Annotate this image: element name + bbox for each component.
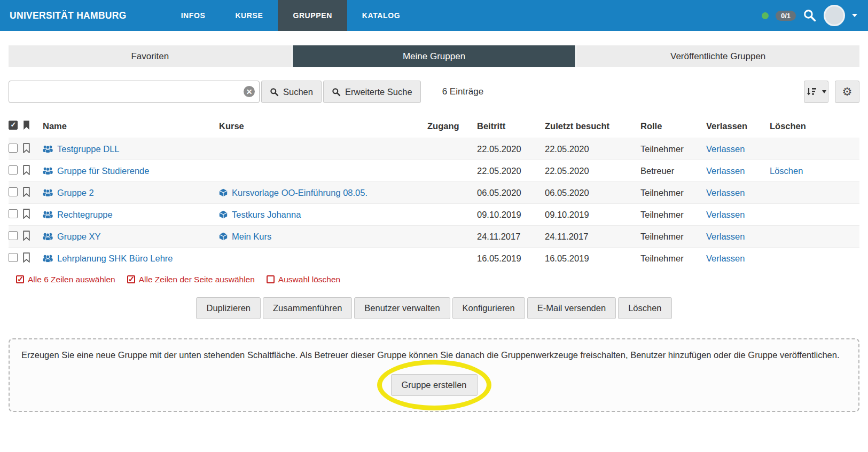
group-users-icon xyxy=(43,232,53,241)
group-users-icon xyxy=(43,188,53,197)
selection-link[interactable]: Alle Zeilen der Seite auswählen xyxy=(127,275,255,284)
rolle-cell: Teilnehmer xyxy=(640,248,706,269)
course-cube-icon xyxy=(219,232,228,241)
nav-item-infos[interactable]: INFOS xyxy=(166,0,221,31)
bulk-action-button[interactable]: E-Mail versenden xyxy=(527,297,616,319)
create-group-panel: Erzeugen Sie eine neue Gruppe mit der un… xyxy=(9,338,859,413)
bookmark-outline-icon[interactable] xyxy=(22,187,30,197)
course-link[interactable]: Kursvorlage OO-Einführung 08.05. xyxy=(232,188,367,198)
university-logo: UNIVERSITÄT HAMBURG xyxy=(0,10,127,21)
group-name-link[interactable]: Rechtegruppe xyxy=(57,210,113,220)
group-name-link[interactable]: Testgruppe DLL xyxy=(57,144,120,154)
search-input[interactable] xyxy=(9,81,260,103)
nav-item-katalog[interactable]: KATALOG xyxy=(347,0,415,31)
red-checkbox-icon xyxy=(127,275,135,283)
zuletzt-besucht-cell: 16.05.2019 xyxy=(545,248,640,269)
erweiterte-suche-button[interactable]: Erweiterte Suche xyxy=(323,81,421,103)
course-link[interactable]: Mein Kurs xyxy=(232,232,271,242)
zugang-cell xyxy=(427,160,477,182)
clear-search-icon[interactable]: ✕ xyxy=(244,86,255,97)
zugang-cell xyxy=(427,182,477,204)
row-checkbox[interactable] xyxy=(9,209,18,218)
selection-link[interactable]: Auswahl löschen xyxy=(267,275,340,284)
chat-count-badge[interactable]: 0/1 xyxy=(776,11,796,21)
group-users-icon xyxy=(43,166,53,175)
column-header-verlassen[interactable]: Verlassen xyxy=(706,117,770,138)
row-checkbox[interactable] xyxy=(9,253,18,262)
beitritt-cell: 16.05.2019 xyxy=(477,248,545,269)
verlassen-link[interactable]: Verlassen xyxy=(706,166,745,176)
column-header-kurse[interactable]: Kurse xyxy=(219,117,427,138)
verlassen-link[interactable]: Verlassen xyxy=(706,188,745,197)
bookmark-icon xyxy=(22,120,30,130)
group-name-link[interactable]: Gruppe für Studierende xyxy=(57,166,149,176)
avatar[interactable] xyxy=(824,5,845,26)
navbar-right-cluster: 0/1 xyxy=(762,0,868,31)
beitritt-cell: 09.10.2019 xyxy=(477,204,545,226)
group-users-icon xyxy=(43,254,53,263)
group-users-icon xyxy=(43,145,53,153)
select-all-checkbox[interactable] xyxy=(9,121,18,130)
bulk-action-button[interactable]: Benutzer verwalten xyxy=(354,297,450,319)
sort-caret-icon xyxy=(822,90,826,93)
verlassen-link[interactable]: Verlassen xyxy=(706,144,745,154)
bulk-action-button[interactable]: Löschen xyxy=(618,297,671,319)
group-name-link[interactable]: Lehrplanung SHK Büro Lehre xyxy=(57,253,173,264)
sort-button[interactable] xyxy=(804,81,828,103)
column-header-rolle[interactable]: Rolle xyxy=(640,117,706,138)
tab-meine-gruppen[interactable]: Meine Gruppen xyxy=(293,45,576,67)
group-name-link[interactable]: Gruppe 2 xyxy=(57,188,94,198)
rolle-cell: Teilnehmer xyxy=(640,138,706,160)
user-menu-caret-icon[interactable] xyxy=(852,14,857,17)
bulk-action-button[interactable]: Zusammenführen xyxy=(263,297,352,319)
verlassen-link[interactable]: Verlassen xyxy=(706,253,745,263)
tab-veroeffentlichte-gruppen[interactable]: Veröffentlichte Gruppen xyxy=(576,45,859,67)
zugang-cell xyxy=(427,204,477,226)
nav-item-gruppen[interactable]: GRUPPEN xyxy=(278,0,347,31)
table-settings-button[interactable]: ⚙ xyxy=(835,81,859,103)
verlassen-link[interactable]: Verlassen xyxy=(706,232,745,241)
main-navigation: INFOS KURSE GRUPPEN KATALOG xyxy=(166,0,416,31)
course-link[interactable]: Testkurs Johanna xyxy=(232,210,301,220)
table-row: Gruppe 2 Kursvorlage OO-Einführung 08.05… xyxy=(9,182,859,204)
row-checkbox[interactable] xyxy=(9,165,18,175)
column-header-zuletzt-besucht[interactable]: Zuletzt besucht xyxy=(545,117,640,138)
loeschen-link[interactable]: Löschen xyxy=(770,166,803,176)
column-header-loeschen[interactable]: Löschen xyxy=(770,117,859,138)
nav-item-kurse[interactable]: KURSE xyxy=(220,0,278,31)
selection-link[interactable]: Alle 6 Zeilen auswählen xyxy=(16,275,115,284)
group-tabs: Favoriten Meine Gruppen Veröffentlichte … xyxy=(9,45,859,67)
search-icon xyxy=(270,88,279,97)
group-users-icon xyxy=(43,210,53,219)
bookmark-outline-icon[interactable] xyxy=(22,143,30,153)
gruppe-erstellen-button[interactable]: Gruppe erstellen xyxy=(391,374,478,396)
row-checkbox[interactable] xyxy=(9,144,18,153)
zuletzt-besucht-cell: 09.10.2019 xyxy=(545,204,640,226)
table-row: Rechtegruppe Testkurs Johanna xyxy=(9,204,859,226)
row-checkbox[interactable] xyxy=(9,187,18,196)
column-header-beitritt[interactable]: Beitritt xyxy=(477,117,545,138)
column-header-name[interactable]: Name xyxy=(43,117,219,138)
bookmark-outline-icon[interactable] xyxy=(22,165,30,175)
column-header-zugang[interactable]: Zugang xyxy=(427,117,477,138)
groups-table: Name Kurse Zugang Beitritt Zuletzt besuc… xyxy=(9,117,859,269)
verlassen-link[interactable]: Verlassen xyxy=(706,210,745,219)
suchen-button[interactable]: Suchen xyxy=(261,81,322,103)
bulk-action-button[interactable]: Duplizieren xyxy=(196,297,261,319)
bookmark-outline-icon[interactable] xyxy=(22,252,30,263)
bookmark-outline-icon[interactable] xyxy=(22,231,30,241)
bulk-action-button[interactable]: Konfigurieren xyxy=(452,297,525,319)
table-row: Lehrplanung SHK Büro Lehre 1 xyxy=(9,248,859,269)
beitritt-cell: 24.11.2017 xyxy=(477,226,545,248)
search-icon[interactable] xyxy=(803,9,817,22)
row-checkbox[interactable] xyxy=(9,231,18,240)
rolle-cell: Teilnehmer xyxy=(640,182,706,204)
tab-favoriten[interactable]: Favoriten xyxy=(9,45,292,67)
group-name-link[interactable]: Gruppe XY xyxy=(57,232,101,242)
beitritt-cell: 22.05.2020 xyxy=(477,160,545,182)
online-status-icon xyxy=(762,12,769,19)
bookmark-outline-icon[interactable] xyxy=(22,209,30,219)
selection-links: Alle 6 Zeilen auswählen Alle Zeilen der … xyxy=(16,275,859,284)
beitritt-cell: 22.05.2020 xyxy=(477,138,545,160)
search-box: ✕ xyxy=(9,81,260,103)
